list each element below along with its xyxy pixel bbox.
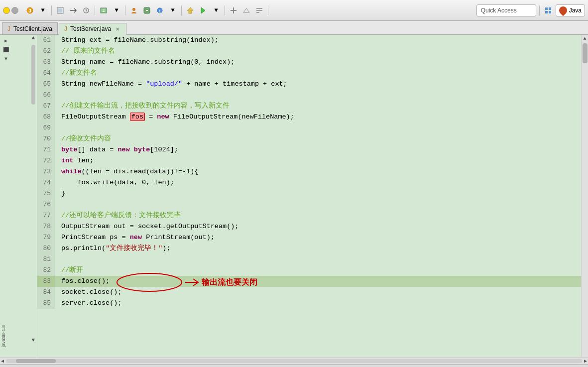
java-badge[interactable]: Java: [556, 4, 585, 16]
tab-testserver-label: TestServer.java: [70, 25, 111, 32]
line-content-61: String ext = fileName.substring(index);: [55, 35, 581, 46]
svg-text:J: J: [28, 8, 31, 14]
gutter-icon-1[interactable]: ▶: [2, 37, 10, 45]
code-line-85: 85 server.close();: [37, 298, 581, 309]
restore-button[interactable]: [11, 7, 18, 14]
line-content-85: server.close();: [55, 298, 581, 309]
code-line-80: 80 ps.println("文件接收完毕！");: [37, 243, 581, 254]
line-number-75: 75: [37, 188, 55, 199]
gutter-icon-3[interactable]: ▼: [2, 55, 10, 63]
line-number-80: 80: [37, 243, 55, 254]
right-scrollbar[interactable]: ▲: [581, 35, 588, 357]
svg-rect-12: [545, 11, 548, 13]
toolbar-btn-12[interactable]: [185, 5, 196, 16]
line-number-61: 61: [37, 35, 55, 46]
vertical-scroll-thumb[interactable]: [31, 45, 35, 105]
toolbar-btn-15[interactable]: [228, 5, 239, 16]
java-label: Java: [569, 7, 582, 14]
scrollbar-thumb[interactable]: [583, 43, 588, 63]
line-number-77: 77: [37, 210, 55, 221]
scroll-up-arrow[interactable]: ▲: [31, 35, 35, 41]
toolbar: J ▼ ▼ i ▼: [0, 0, 588, 21]
tab-testclient-icon: J: [7, 25, 10, 32]
toolbar-btn-9[interactable]: [141, 5, 152, 16]
code-line-61: 61 String ext = fileName.substring(index…: [37, 35, 581, 46]
line-number-82: 82: [37, 265, 55, 276]
line-content-70: //接收文件内容: [55, 133, 581, 144]
line-number-73: 73: [37, 166, 55, 177]
toolbar-btn-13[interactable]: [198, 5, 209, 16]
toolbar-btn-16[interactable]: [241, 5, 252, 16]
line-content-83: fos.close();: [55, 276, 581, 287]
toolbar-btn-17[interactable]: [254, 5, 265, 16]
code-line-71: 71 byte[] data = new byte[1024];: [37, 144, 581, 155]
quick-access-box[interactable]: Quick Access: [476, 4, 536, 16]
line-number-63: 63: [37, 57, 55, 68]
code-line-67: 67 //创建文件输出流，把接收到的文件内容，写入新文件: [37, 101, 581, 112]
code-line-83: 83 fos.close(); 输出流也要关闭: [37, 276, 581, 287]
bottom-scrollbar[interactable]: ◀ ▶: [0, 357, 588, 364]
code-line-63: 63 String name = fileName.substring(0, i…: [37, 57, 581, 68]
toolbar-btn-10[interactable]: i: [154, 5, 165, 16]
line-number-68: 68: [37, 112, 55, 122]
tab-testclient[interactable]: J TestClient.java: [2, 22, 58, 34]
code-line-75: 75 }: [37, 188, 581, 199]
line-content-79: PrintStream ps = new PrintStream(out);: [55, 232, 581, 243]
tab-testserver[interactable]: J TestServer.java ✕: [59, 23, 126, 35]
line-content-78: OutputStream out = socket.getOutputStrea…: [55, 221, 581, 232]
line-number-76: 76: [37, 199, 55, 210]
toolbar-left: J ▼ ▼ i ▼: [3, 5, 474, 16]
toolbar-btn-8[interactable]: [128, 5, 139, 16]
separator-3: [125, 5, 125, 15]
toolbar-btn-14[interactable]: ▼: [211, 5, 222, 16]
code-content: 61 String ext = fileName.substring(index…: [37, 35, 581, 309]
toolbar-btn-1[interactable]: J: [24, 5, 35, 16]
scroll-right-btn[interactable]: ▶: [584, 358, 587, 364]
tab-testclient-label: TestClient.java: [13, 25, 52, 32]
code-line-65: 65 String newFileName = "upload/" + name…: [37, 79, 581, 90]
toolbar-btn-2[interactable]: ▼: [37, 5, 48, 16]
line-number-62: 62: [37, 46, 55, 57]
h-scroll-track[interactable]: [6, 359, 582, 363]
toolbar-btn-18[interactable]: [543, 5, 554, 16]
toolbar-btn-3[interactable]: [55, 5, 66, 16]
line-content-63: String name = fileName.substring(0, inde…: [55, 57, 581, 68]
toolbar-btn-11[interactable]: ▼: [167, 5, 178, 16]
scroll-up-btn[interactable]: ▲: [582, 35, 588, 42]
code-editor[interactable]: 61 String ext = fileName.substring(index…: [37, 35, 581, 357]
code-line-72: 72 int len;: [37, 155, 581, 166]
java-icon: [557, 4, 569, 16]
gutter-icon-2[interactable]: ⬛: [2, 46, 10, 54]
toolbar-btn-6[interactable]: [98, 5, 109, 16]
tab-testserver-icon: J: [64, 25, 67, 32]
code-line-68: 68 FileOutputStream fos = new FileOutput…: [37, 112, 581, 122]
svg-rect-13: [549, 11, 551, 13]
line-content-84: socket.close();: [55, 287, 581, 298]
line-number-74: 74: [37, 177, 55, 188]
minimize-button[interactable]: [3, 7, 10, 14]
tab-bar: J TestClient.java J TestServer.java ✕: [0, 21, 588, 35]
svg-rect-5: [101, 8, 107, 13]
code-line-73: 73 while((len = dis.read(data))!=-1){: [37, 166, 581, 177]
h-scroll-thumb[interactable]: [16, 359, 56, 363]
code-line-84: 84 socket.close();: [37, 287, 581, 298]
line-content-68: FileOutputStream fos = new FileOutputStr…: [55, 112, 581, 122]
code-line-74: 74 fos.write(data, 0, len);: [37, 177, 581, 188]
svg-rect-3: [58, 8, 62, 12]
window-controls: [3, 7, 18, 14]
line-content-77: //还可以给客户端反馈：文件接收完毕: [55, 210, 581, 221]
toolbar-btn-4[interactable]: [68, 5, 79, 16]
separator-5: [225, 5, 225, 15]
code-line-78: 78 OutputStream out = socket.getOutputSt…: [37, 221, 581, 232]
line-content-73: while((len = dis.read(data))!=-1){: [55, 166, 581, 177]
line-number-69: 69: [37, 122, 55, 133]
toolbar-btn-5[interactable]: [81, 5, 92, 16]
line-content-64: //新文件名: [55, 68, 581, 79]
tab-testserver-close[interactable]: ✕: [114, 25, 121, 32]
gutter-icons: ▶ ⬛ ▼: [1, 35, 11, 65]
svg-rect-11: [549, 7, 551, 10]
line-content-74: fos.write(data, 0, len);: [55, 177, 581, 188]
scroll-down-arrow[interactable]: ▼: [31, 337, 35, 343]
toolbar-btn-7[interactable]: ▼: [111, 5, 122, 16]
scroll-left-btn[interactable]: ◀: [1, 358, 4, 364]
